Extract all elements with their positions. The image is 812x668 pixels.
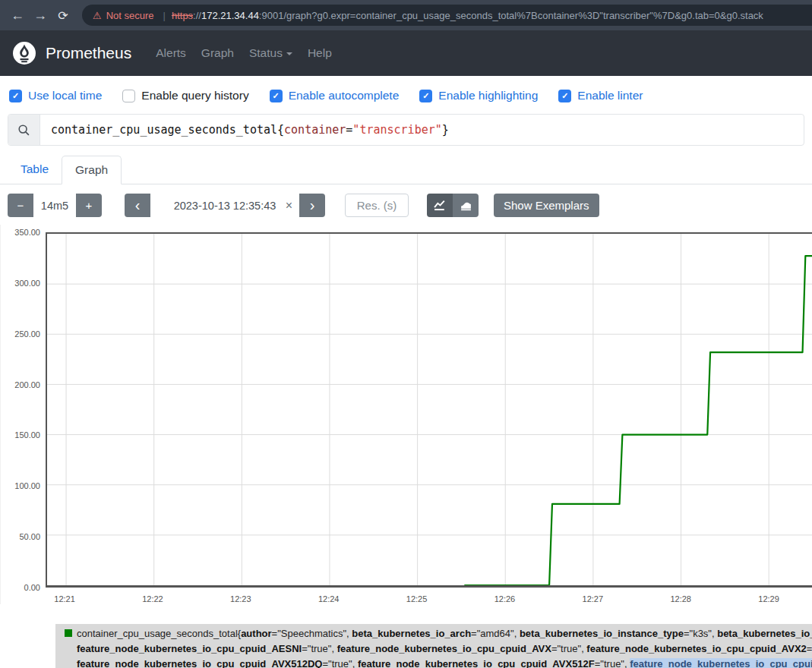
x-axis-tick-label: 12:26: [488, 594, 521, 603]
navbar-links: AlertsGraphStatusHelp: [148, 46, 340, 60]
url-scheme: https: [172, 10, 193, 21]
caret-down-icon: [286, 52, 292, 55]
not-secure-label[interactable]: Not secure: [106, 10, 154, 21]
legend-swatch-icon: [65, 629, 72, 637]
legend-label-value: ="true",: [807, 643, 812, 654]
checkbox-checked-icon[interactable]: ✓: [419, 90, 432, 102]
brand-prometheus[interactable]: Prometheus: [46, 44, 131, 62]
legend-label-value: ="true",: [551, 643, 586, 654]
legend-label-key: feature_node_kubernetes_io_cpu_cpuid_AVX…: [77, 658, 322, 668]
clear-time-icon[interactable]: ×: [286, 199, 292, 213]
url-separator: |: [163, 10, 166, 21]
option-use-local-time[interactable]: ✓Use local time: [9, 89, 102, 102]
checkbox-unchecked-icon[interactable]: [122, 90, 135, 102]
line-chart-button[interactable]: [427, 194, 453, 217]
nav-link-help[interactable]: Help: [300, 46, 340, 60]
promql-expression-input[interactable]: container_cpu_usage_seconds_total{contai…: [40, 115, 804, 145]
range-input[interactable]: 14m5: [33, 194, 76, 217]
x-axis-tick-label: 12:22: [136, 594, 169, 603]
search-addon: [8, 115, 40, 145]
x-axis-tick-label: 12:25: [400, 594, 434, 603]
url-host: 172.21.34.44: [201, 10, 259, 21]
prometheus-navbar: Prometheus AlertsGraphStatusHelp: [0, 30, 812, 76]
legend-label-value: ="true",: [595, 658, 630, 668]
url-path: :9001/graph?g0.expr=container_cpu_usage_…: [259, 10, 763, 21]
datetime-input[interactable]: 2023-10-13 12:35:43 ×: [150, 194, 299, 217]
panel-tabs: Table Graph: [0, 146, 812, 184]
option-enable-autocomplete[interactable]: ✓Enable autocomplete: [270, 89, 400, 102]
y-axis-tick-label: 250.00: [1, 329, 40, 339]
y-axis-tick-label: 50.00: [1, 532, 40, 541]
range-decrease-button[interactable]: −: [8, 194, 33, 217]
legend-label-value: ="Speechmatics",: [272, 628, 352, 639]
prometheus-logo-icon: [12, 41, 36, 65]
query-options-row: ✓Use local timeEnable query history✓Enab…: [0, 76, 812, 114]
series-legend[interactable]: container_cpu_usage_seconds_total{author…: [55, 624, 812, 668]
chart-plot-area[interactable]: [46, 232, 812, 588]
series-line: [464, 256, 812, 585]
search-icon: [17, 124, 30, 137]
nav-link-graph[interactable]: Graph: [194, 46, 242, 60]
tab-table[interactable]: Table: [8, 156, 62, 184]
show-exemplars-button[interactable]: Show Exemplars: [494, 194, 599, 217]
x-axis-tick-label: 12:29: [752, 594, 785, 603]
checkbox-checked-icon[interactable]: ✓: [558, 90, 571, 102]
range-stepper: − 14m5 +: [8, 194, 102, 217]
x-axis-tick-label: 12:27: [576, 594, 609, 603]
legend-label-key: beta_kubernetes_io_os: [717, 628, 812, 639]
time-back-button[interactable]: ‹: [125, 194, 150, 217]
checkbox-checked-icon[interactable]: ✓: [270, 90, 283, 102]
resolution-input[interactable]: Res. (s): [345, 194, 409, 217]
y-axis-tick-label: 200.00: [1, 380, 40, 389]
y-axis-tick-label: 300.00: [1, 279, 40, 288]
x-axis-tick-label: 12:23: [224, 594, 258, 603]
chart-type-toggle: [427, 194, 479, 217]
legend-label-value: ="true",: [322, 658, 357, 668]
legend-label-key: author: [241, 628, 271, 639]
graph-panel: 0.0050.00100.00150.00200.00250.00300.003…: [0, 225, 812, 604]
y-axis-tick-label: 100.00: [1, 481, 40, 490]
legend-line[interactable]: container_cpu_usage_seconds_total{author…: [65, 626, 812, 641]
legend-label-key: beta_kubernetes_io_arch: [352, 628, 471, 639]
y-axis-tick-label: 0.00: [1, 583, 40, 592]
legend-label-value: container_cpu_usage_seconds_total{: [77, 628, 241, 639]
x-axis-tick-label: 12:24: [312, 594, 346, 603]
range-increase-button[interactable]: +: [76, 194, 102, 217]
time-picker: ‹ 2023-10-13 12:35:43 × ›: [125, 194, 325, 217]
x-axis-tick-label: 12:28: [664, 594, 697, 603]
stacked-chart-icon: [460, 200, 472, 211]
nav-link-status[interactable]: Status: [242, 46, 300, 60]
option-enable-highlighting[interactable]: ✓Enable highlighting: [419, 89, 538, 102]
time-forward-button[interactable]: ›: [299, 194, 325, 217]
tab-graph[interactable]: Graph: [62, 156, 122, 184]
legend-line[interactable]: feature_node_kubernetes_io_cpu_cpuid_AVX…: [65, 657, 812, 668]
line-chart-icon: [434, 200, 447, 211]
browser-reload-button[interactable]: ⟳: [52, 4, 74, 27]
browser-toolbar: ← → ⟳ ⚠ Not secure | https :// 172.21.34…: [0, 0, 812, 30]
option-label: Enable query history: [141, 89, 248, 102]
nav-link-alerts[interactable]: Alerts: [148, 46, 194, 60]
legend-label-value: ="amd64",: [471, 628, 520, 639]
query-input-group: container_cpu_usage_seconds_total{contai…: [8, 114, 804, 146]
promql-token-string: "transcriber": [352, 123, 441, 137]
graph-controls: − 14m5 + ‹ 2023-10-13 12:35:43 × › Res. …: [0, 184, 812, 225]
checkbox-checked-icon[interactable]: ✓: [9, 90, 22, 102]
not-secure-warning-icon: ⚠: [93, 10, 102, 21]
option-label: Enable autocomplete: [289, 89, 400, 102]
legend-line[interactable]: feature_node_kubernetes_io_cpu_cpuid_AES…: [65, 641, 812, 657]
promql-token-metric: container_cpu_usage_seconds_total: [51, 123, 277, 137]
promql-token-label: container: [284, 123, 346, 137]
option-label: Enable highlighting: [438, 89, 538, 102]
legend-label-key: feature_node_kubernetes_io_cpu_cpuid_AVX…: [630, 658, 812, 668]
promql-token-punct: =: [346, 123, 352, 137]
address-bar[interactable]: ⚠ Not secure | https :// 172.21.34.44 :9…: [82, 5, 812, 26]
datetime-value: 2023-10-13 12:35:43: [174, 200, 276, 212]
stacked-chart-button[interactable]: [453, 194, 479, 217]
browser-forward-button[interactable]: →: [29, 4, 52, 27]
browser-back-button[interactable]: ←: [6, 4, 29, 27]
legend-label-key: feature_node_kubernetes_io_cpu_cpuid_AVX: [337, 643, 551, 654]
option-enable-query-history[interactable]: Enable query history: [122, 89, 248, 102]
y-axis-tick-label: 150.00: [1, 430, 40, 440]
promql-token-punct: }: [442, 123, 449, 137]
option-enable-linter[interactable]: ✓Enable linter: [558, 89, 643, 102]
